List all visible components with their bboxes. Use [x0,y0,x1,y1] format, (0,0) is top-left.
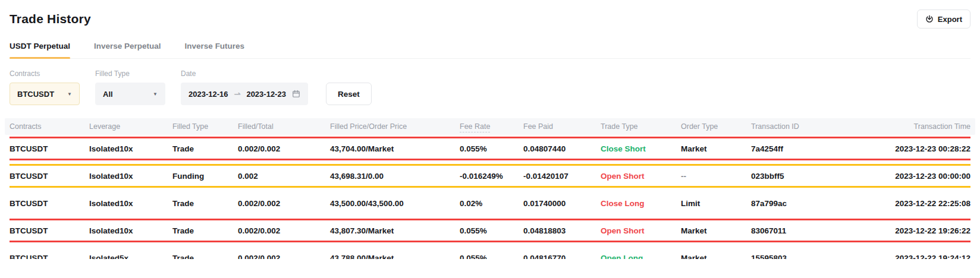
col-header-filled-price: Filled Price/Order Price [330,122,460,131]
cell-trade-type: Open Long [601,254,681,260]
export-download-icon [925,15,934,23]
cell-filled-price: 43,788.00/Market [330,254,460,260]
cell-transaction-time: 2023-12-22 22:25:08 [862,199,970,208]
fee-rate-tooltip-label[interactable]: Fee Rate [460,122,490,132]
page-header: Trade History Export [10,0,970,29]
cell-filled-total: 0.002/0.002 [238,199,330,208]
tab-inverse-futures[interactable]: Inverse Futures [185,36,245,58]
cell-contracts: BTCUSDT [10,172,89,181]
cell-filled-price: 43,807.30/Market [330,226,460,235]
cell-fee-rate: 0.055% [460,144,523,153]
cell-transaction-time: 2023-12-23 00:00:00 [862,172,970,181]
calendar-icon [292,90,300,98]
contracts-filter: Contracts BTCUSDT ▼ [10,70,80,105]
cell-transaction-id: 15595803 [751,254,862,260]
contracts-select[interactable]: BTCUSDT ▼ [10,83,80,105]
contracts-filter-label: Contracts [10,70,80,78]
col-header-fee-rate[interactable]: Fee Rate [460,122,523,131]
filled-type-select[interactable]: All ▼ [95,83,165,105]
col-header-filled-type: Filled Type [172,122,238,131]
export-button-label: Export [938,15,962,24]
cell-filled-price: 43,698.31/0.00 [330,172,460,181]
filled-type-filter: Filled Type All ▼ [95,70,165,105]
cell-fee-rate: 0.055% [460,254,523,260]
cell-filled-type: Trade [172,226,238,235]
cell-fee-paid: 0.04818803 [523,226,601,235]
cell-trade-type: Close Short [601,144,681,153]
tab-usdt-perpetual[interactable]: USDT Perpetual [10,36,70,58]
cell-filled-type: Trade [172,144,238,153]
table-row: BTCUSDT Isolated10x Funding 0.002 43,698… [10,162,970,189]
col-header-trade-type: Trade Type [601,122,681,131]
col-header-transaction-time: Transaction Time [862,122,970,131]
cell-leverage: Isolated5x [89,254,172,260]
cell-filled-total: 0.002/0.002 [238,226,330,235]
trade-history-table: Contracts Leverage Filled Type Filled/To… [10,118,970,259]
contracts-select-value: BTCUSDT [17,90,54,99]
cell-fee-paid: 0.04816770 [523,254,601,260]
cell-leverage: Isolated10x [89,226,172,235]
cell-filled-total: 0.002/0.002 [238,254,330,260]
date-range-picker[interactable]: 2023-12-16 ⇀ 2023-12-23 [181,83,308,105]
table-body: BTCUSDT Isolated10x Trade 0.002/0.002 43… [10,135,970,259]
cell-trade-type: Open Short [601,226,681,235]
export-button[interactable]: Export [917,10,970,29]
cell-transaction-time: 2023-12-23 00:28:22 [862,144,970,153]
col-header-leverage: Leverage [89,122,172,131]
cell-transaction-time: 2023-12-22 19:24:12 [862,254,970,260]
table-row: BTCUSDT Isolated10x Trade 0.002/0.002 43… [10,135,970,162]
cell-trade-type: Open Short [601,172,681,181]
cell-filled-type: Funding [172,172,238,181]
cell-filled-price: 43,500.00/43,500.00 [330,199,460,208]
col-header-fee-paid: Fee Paid [523,122,601,131]
date-filter-label: Date [181,70,308,78]
table-header-row: Contracts Leverage Filled Type Filled/To… [5,118,975,135]
cell-leverage: Isolated10x [89,144,172,153]
cell-filled-type: Trade [172,199,238,208]
cell-fee-paid: -0.01420107 [523,172,601,181]
filled-type-filter-label: Filled Type [95,70,165,78]
date-range-arrow-icon: ⇀ [234,90,241,99]
cell-filled-price: 43,704.00/Market [330,144,460,153]
filter-bar: Contracts BTCUSDT ▼ Filled Type All ▼ Da… [10,70,970,105]
col-header-filled-total: Filled/Total [238,122,330,131]
tab-inverse-perpetual[interactable]: Inverse Perpetual [94,36,161,58]
trade-history-page: Trade History Export USDT Perpetual Inve… [0,0,980,278]
cell-transaction-id: 87a799ac [751,199,862,208]
table-row: BTCUSDT Isolated5x Trade 0.002/0.002 43,… [10,244,970,259]
cell-filled-total: 0.002 [238,172,330,181]
cell-contracts: BTCUSDT [10,254,89,260]
cell-transaction-id: 83067011 [751,226,862,235]
cell-filled-total: 0.002/0.002 [238,144,330,153]
date-start-value: 2023-12-16 [189,90,228,99]
cell-fee-rate: 0.02% [460,199,523,208]
table-row: BTCUSDT Isolated10x Trade 0.002/0.002 43… [10,217,970,244]
cell-fee-paid: 0.04807440 [523,144,601,153]
cell-fee-rate: 0.055% [460,226,523,235]
page-title: Trade History [10,12,91,26]
chevron-down-icon: ▼ [67,91,72,97]
col-header-order-type: Order Type [681,122,751,131]
cell-trade-type: Close Long [601,199,681,208]
cell-order-type: Market [681,226,751,235]
cell-fee-paid: 0.01740000 [523,199,601,208]
table-row: BTCUSDT Isolated10x Trade 0.002/0.002 43… [10,189,970,217]
cell-order-type: Market [681,144,751,153]
cell-transaction-id: 023bbff5 [751,172,862,181]
col-header-contracts: Contracts [10,122,89,131]
date-end-value: 2023-12-23 [246,90,286,99]
chevron-down-icon: ▼ [153,91,158,97]
filled-type-select-value: All [103,90,113,99]
date-filter: Date 2023-12-16 ⇀ 2023-12-23 [181,70,308,105]
cell-contracts: BTCUSDT [10,226,89,235]
cell-order-type: Market [681,254,751,260]
cell-transaction-id: 7a4254ff [751,144,862,153]
cell-order-type: Limit [681,199,751,208]
cell-filled-type: Trade [172,254,238,260]
reset-button[interactable]: Reset [326,83,372,105]
cell-leverage: Isolated10x [89,172,172,181]
cell-order-type: -- [681,172,751,181]
cell-transaction-time: 2023-12-22 19:26:22 [862,226,970,235]
tab-bar: USDT Perpetual Inverse Perpetual Inverse… [10,36,970,59]
cell-leverage: Isolated10x [89,199,172,208]
